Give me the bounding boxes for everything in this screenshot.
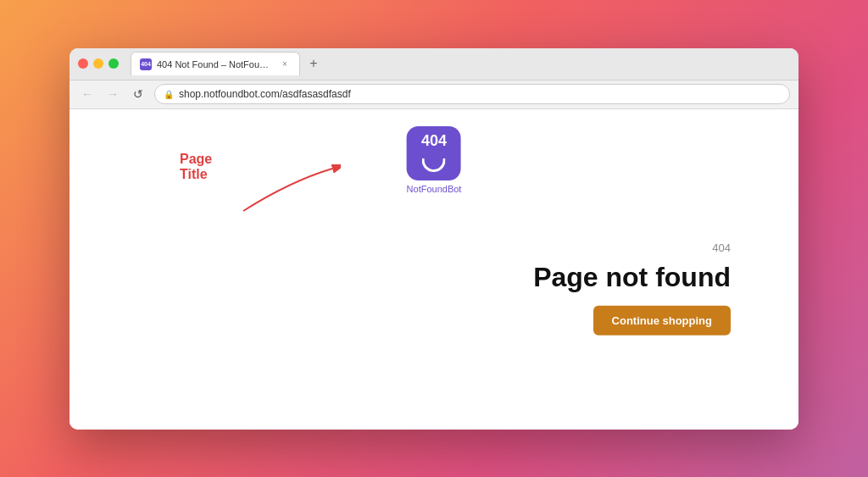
omnibar: ← → ↺ 🔒 shop.notfoundbot.com/asdfasasdfa…: [70, 80, 798, 109]
logo-404-text: 404: [421, 133, 447, 148]
minimize-traffic-light[interactable]: [93, 58, 103, 69]
annotation-arrow-svg: [239, 164, 341, 215]
tab-favicon: 404: [140, 58, 152, 70]
error-content-area: 404 Page not found Continue shopping: [533, 241, 731, 335]
logo-smile: [422, 158, 446, 172]
lock-icon: 🔒: [164, 90, 174, 99]
browser-window: 404 404 Not Found – NotFoundB… × + ← → ↺…: [70, 48, 798, 430]
reload-button[interactable]: ↺: [129, 85, 147, 103]
active-tab[interactable]: 404 404 Not Found – NotFoundB… ×: [131, 52, 300, 75]
back-button[interactable]: ←: [78, 85, 97, 103]
error-code: 404: [712, 241, 731, 253]
tab-bar: 404 404 Not Found – NotFoundB… × +: [131, 52, 790, 75]
tab-title: 404 Not Found – NotFoundB…: [157, 59, 274, 69]
error-title: Page not found: [533, 262, 731, 291]
titlebar: 404 404 Not Found – NotFoundB… × +: [70, 48, 798, 80]
page-content: Page Title 404 NotFoundBot: [70, 109, 798, 430]
continue-shopping-button[interactable]: Continue shopping: [593, 305, 731, 335]
maximize-traffic-light[interactable]: [108, 58, 119, 69]
annotation-label: Page Title: [180, 152, 212, 182]
url-text: shop.notfoundbot.com/asdfasasdfasdf: [179, 88, 351, 100]
brand-name: NotFoundBot: [407, 184, 462, 194]
close-traffic-light[interactable]: [78, 58, 88, 69]
traffic-lights: [78, 58, 119, 69]
new-tab-button[interactable]: +: [303, 53, 324, 74]
logo-area: 404 NotFoundBot: [407, 126, 462, 194]
forward-button[interactable]: →: [103, 85, 122, 103]
brand-logo: 404: [407, 126, 461, 180]
tab-favicon-text: 404: [141, 61, 151, 67]
address-bar[interactable]: 🔒 shop.notfoundbot.com/asdfasasdfasdf: [154, 84, 790, 104]
desktop: 404 404 Not Found – NotFoundB… × + ← → ↺…: [0, 0, 868, 477]
tab-close-button[interactable]: ×: [279, 58, 291, 70]
